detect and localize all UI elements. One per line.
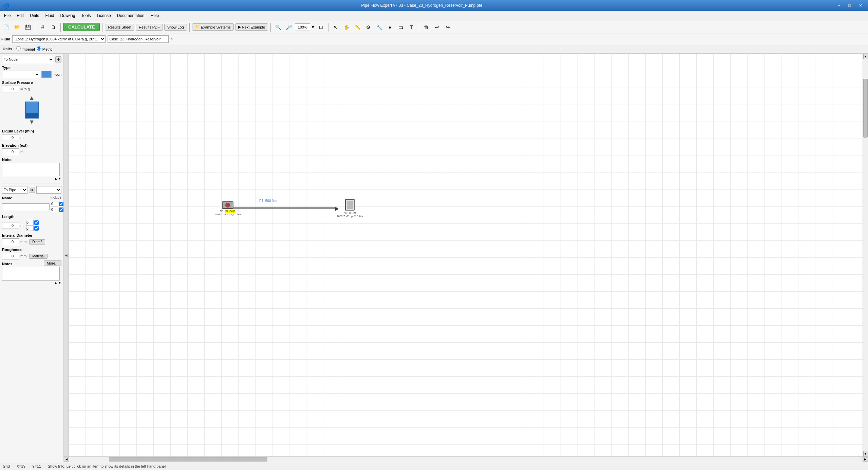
internal-diameter-input[interactable] bbox=[2, 238, 19, 245]
surface-pressure-input[interactable] bbox=[2, 86, 19, 92]
fit-to-window-button[interactable]: ⊡ bbox=[316, 22, 326, 32]
internal-diameter-input-row: mm Diam? bbox=[2, 238, 61, 245]
name-value-1[interactable] bbox=[51, 201, 58, 206]
reservoir-up-arrow[interactable]: ▲ bbox=[29, 94, 35, 102]
minimize-button[interactable]: − bbox=[834, 2, 844, 9]
undo-button[interactable]: ↩ bbox=[432, 22, 442, 32]
pan-tool-button[interactable]: ✋ bbox=[342, 22, 351, 32]
length-value-1[interactable] bbox=[26, 220, 34, 225]
text-tool-button[interactable]: T bbox=[407, 22, 416, 32]
menu-drawing[interactable]: Drawing bbox=[57, 12, 78, 19]
menu-tools[interactable]: Tools bbox=[78, 12, 93, 19]
add-valve-button[interactable]: 🔧 bbox=[374, 22, 384, 32]
menu-edit[interactable]: Edit bbox=[14, 12, 26, 19]
to-pipe-dropdown[interactable]: To Pipe bbox=[2, 186, 27, 194]
app-icon: 🔵 bbox=[3, 2, 10, 9]
open-file-button[interactable]: 📂 bbox=[12, 22, 22, 32]
hscroll-track[interactable] bbox=[69, 457, 863, 462]
name-check-1[interactable] bbox=[59, 202, 63, 206]
horizontal-scrollbar[interactable]: ◀ ▶ bbox=[64, 456, 868, 462]
print-button[interactable]: 🖨 bbox=[38, 22, 47, 32]
diam-button[interactable]: Diam? bbox=[29, 239, 45, 245]
hscroll-thumb[interactable] bbox=[109, 457, 268, 462]
name-value-2[interactable] bbox=[51, 207, 58, 212]
length-input-row: m bbox=[2, 220, 61, 231]
vscroll-up-button[interactable]: ▲ bbox=[863, 54, 868, 59]
fluid-dropdown[interactable]: Zone 1: Hydrogen [0.084 kg/m³ at 0.0kPa.… bbox=[12, 35, 106, 43]
vscroll-down-button[interactable]: ▼ bbox=[863, 451, 868, 456]
delete-button[interactable]: 🗑 bbox=[421, 22, 431, 32]
add-node-button[interactable]: ● bbox=[385, 22, 395, 32]
menu-units[interactable]: Units bbox=[27, 12, 42, 19]
metric-radio[interactable] bbox=[37, 46, 41, 51]
material-button[interactable]: Material bbox=[29, 254, 48, 259]
pipe-notes-textarea[interactable] bbox=[2, 267, 60, 281]
new-file-button[interactable]: 📄 bbox=[1, 22, 11, 32]
calculate-button[interactable]: CALCULATE bbox=[63, 23, 100, 31]
zoom-out-button[interactable]: 🔎 bbox=[284, 22, 294, 32]
length-value-2[interactable] bbox=[26, 225, 34, 231]
imperial-radio[interactable] bbox=[16, 46, 21, 51]
close-button[interactable]: ✕ bbox=[856, 2, 865, 9]
node-notes-textarea[interactable] bbox=[2, 163, 60, 176]
length-check-1[interactable] bbox=[34, 220, 39, 225]
menu-documentation[interactable]: Documentation bbox=[114, 12, 147, 19]
results-sheet-button[interactable]: Results Sheet bbox=[105, 24, 134, 31]
to-node-settings-button[interactable]: ⚙ bbox=[55, 56, 61, 62]
node2[interactable]: N2, 0.0m 1699.7 kPa.g @ 0.0m bbox=[337, 199, 363, 218]
add-reservoir-button[interactable]: 🗃 bbox=[396, 22, 405, 32]
vertical-scrollbar[interactable]: ▲ ▼ bbox=[863, 54, 868, 456]
length-check-2[interactable] bbox=[34, 226, 39, 231]
name-check-2[interactable] bbox=[59, 207, 63, 212]
imperial-radio-label[interactable]: Imperial bbox=[16, 46, 35, 51]
pipe-style-dropdown[interactable]: ─── bbox=[36, 186, 62, 194]
fluid-label: Fluid bbox=[1, 37, 10, 41]
roughness-input[interactable] bbox=[2, 253, 19, 259]
show-log-button[interactable]: Show Log bbox=[164, 24, 187, 31]
tab-name-input[interactable] bbox=[108, 35, 169, 43]
example-systems-button[interactable]: 📁 Example Systems bbox=[192, 23, 234, 31]
canvas-area[interactable]: P1, 500.0m ▶ N1 SHOW 1699.7 kP bbox=[69, 54, 863, 456]
hscroll-right-button[interactable]: ▶ bbox=[863, 457, 868, 462]
add-pump-button[interactable]: ⚙ bbox=[363, 22, 373, 32]
zoom-in-button[interactable]: 🔍 bbox=[273, 22, 283, 32]
save-file-button[interactable]: 💾 bbox=[23, 22, 33, 32]
vscroll-track[interactable] bbox=[863, 59, 868, 451]
separator-4 bbox=[189, 23, 190, 32]
collapse-sidebar-button[interactable]: ◀ bbox=[64, 54, 69, 456]
metric-radio-label[interactable]: Metric bbox=[37, 46, 53, 51]
menu-license[interactable]: License bbox=[94, 12, 113, 19]
node-color-picker[interactable] bbox=[41, 71, 52, 78]
reservoir-down-arrow[interactable]: ▼ bbox=[29, 119, 35, 126]
vscroll-thumb[interactable] bbox=[863, 79, 868, 138]
to-pipe-settings-button[interactable]: ⚙ bbox=[29, 187, 35, 193]
pipe-notes-scroll-down[interactable]: ▼ bbox=[58, 281, 61, 285]
liquid-level-input[interactable] bbox=[2, 134, 19, 141]
zoom-dropdown-arrow[interactable]: ▼ bbox=[311, 25, 315, 30]
select-tool-button[interactable]: ↖ bbox=[331, 22, 340, 32]
pipe-name-input[interactable] bbox=[2, 203, 50, 210]
tab-close-button[interactable]: × bbox=[171, 37, 173, 41]
results-pdf-button[interactable]: Results PDF bbox=[136, 24, 163, 31]
more-button[interactable]: More... bbox=[44, 260, 61, 266]
length-input[interactable] bbox=[2, 222, 19, 229]
node1[interactable]: N1 SHOW 1699.7 kPa.g @ 0.0m bbox=[214, 201, 241, 216]
pipe-p1[interactable] bbox=[225, 207, 337, 209]
menu-fluid[interactable]: Fluid bbox=[42, 12, 57, 19]
notes-scroll-down[interactable]: ▼ bbox=[58, 177, 61, 180]
menu-help[interactable]: Help bbox=[148, 12, 162, 19]
hscroll-left-button[interactable]: ◀ bbox=[64, 457, 69, 462]
length-header-row: Length bbox=[2, 213, 61, 219]
print-preview-button[interactable]: 🗋 bbox=[49, 22, 58, 32]
elevation-ext-input[interactable] bbox=[2, 148, 19, 155]
maximize-button[interactable]: □ bbox=[845, 2, 854, 9]
redo-button[interactable]: ↪ bbox=[443, 22, 453, 32]
to-node-dropdown[interactable]: To Node bbox=[2, 56, 54, 63]
type-dropdown[interactable] bbox=[2, 71, 40, 78]
next-example-button[interactable]: ▶ Next Example bbox=[235, 23, 268, 31]
menu-file[interactable]: File bbox=[1, 12, 13, 19]
notes-scroll-up[interactable]: ▲ bbox=[54, 177, 57, 180]
draw-pipe-button[interactable]: 📏 bbox=[353, 22, 362, 32]
zoom-input[interactable] bbox=[295, 23, 310, 31]
pipe-notes-scroll-up[interactable]: ▲ bbox=[54, 281, 57, 285]
